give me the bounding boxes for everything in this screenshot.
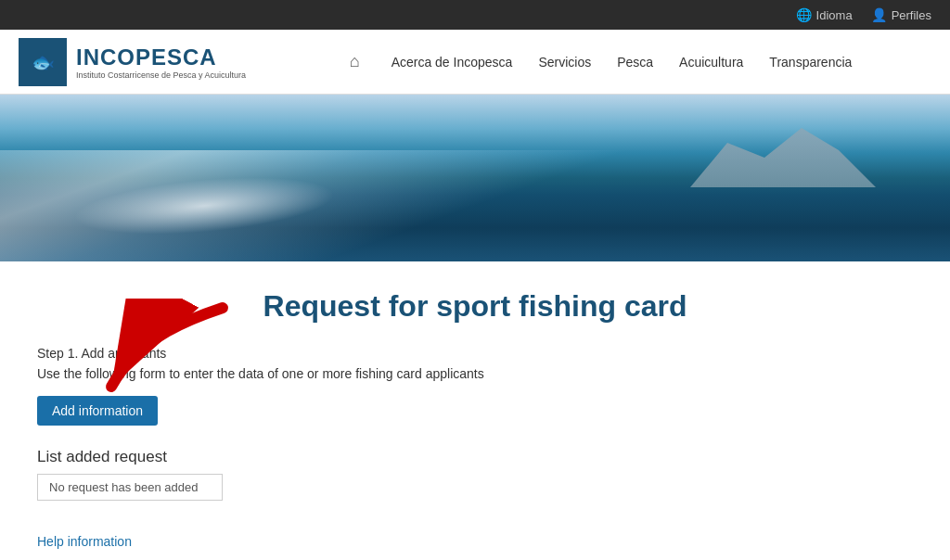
logo-title: INCOPESCA	[76, 45, 246, 70]
add-information-button[interactable]: Add information	[37, 396, 158, 426]
top-bar: 🌐 Idioma 👤 Perfiles	[0, 0, 950, 30]
add-button-area: Add information	[37, 396, 158, 448]
profiles-selector[interactable]: 👤 Perfiles	[871, 7, 931, 22]
logo-text: INCOPESCA Instituto Costarricense de Pes…	[76, 45, 246, 80]
hero-image	[0, 95, 950, 261]
nav-item-acuicultura[interactable]: Acuicultura	[666, 47, 756, 77]
logo-box: 🐟	[19, 38, 67, 86]
nav-home-icon[interactable]: ⌂	[350, 52, 360, 71]
language-label: Idioma	[816, 8, 853, 22]
header: 🐟 INCOPESCA Instituto Costarricense de P…	[0, 30, 950, 95]
page-title: Request for sport fishing card	[37, 289, 913, 324]
nav-item-acerca[interactable]: Acerca de Incopesca	[379, 47, 526, 77]
profiles-label: Perfiles	[892, 8, 931, 22]
language-selector[interactable]: 🌐 Idioma	[796, 7, 853, 22]
list-section-title: List added request	[37, 448, 913, 466]
no-request-message: No request has been added	[37, 474, 223, 501]
help-information-link[interactable]: Help information	[37, 534, 132, 549]
step-label: Step 1. Add applicants	[37, 346, 913, 361]
nav-item-servicios[interactable]: Servicios	[525, 47, 604, 77]
main-nav: ⌂ Acerca de Incopesca Servicios Pesca Ac…	[283, 47, 931, 77]
main-content: Request for sport fishing card Step 1. A…	[0, 261, 950, 560]
user-icon: 👤	[871, 7, 887, 22]
nav-item-transparencia[interactable]: Transparencia	[756, 47, 865, 77]
list-added-request-section: List added request No request has been a…	[37, 448, 913, 501]
logo-subtitle: Instituto Costarricense de Pesca y Acuic…	[76, 70, 246, 80]
step-description: Use the following form to enter the data…	[37, 366, 913, 381]
logo-icon: 🐟	[32, 51, 55, 73]
globe-icon: 🌐	[796, 7, 812, 22]
nav-item-pesca[interactable]: Pesca	[604, 47, 666, 77]
logo-area[interactable]: 🐟 INCOPESCA Instituto Costarricense de P…	[19, 38, 246, 86]
